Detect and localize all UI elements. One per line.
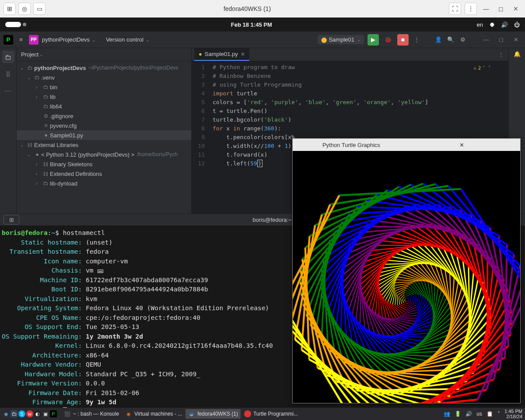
settings-icon[interactable]: ⚙ — [458, 35, 467, 44]
tree-venv[interactable]: ⌄🗀.venv — [17, 73, 191, 82]
host-clock[interactable]: 1:45 PM 2/18/24 — [504, 409, 522, 419]
svg-line-5 — [405, 300, 406, 301]
svg-line-58 — [395, 282, 415, 283]
terminal-icon[interactable]: ▣ — [42, 410, 49, 417]
kebab-icon[interactable]: ⋮ — [465, 3, 477, 15]
ide-minimize-icon[interactable]: — — [480, 34, 492, 46]
tray-user-icon[interactable]: 👥 — [444, 411, 450, 417]
files-icon[interactable]: 🗀 — [10, 410, 18, 417]
grid-icon[interactable]: ⊞ — [4, 3, 16, 15]
python-icon: ⬤ — [321, 37, 327, 43]
ide-left-toolstrip: 🗀 ⠿ ⋯ — [0, 48, 17, 214]
gnome-top-bar: Feb 18 1:45 PM en ⯂ 🔊 ⏻ — [0, 18, 525, 32]
volume-icon[interactable]: 🔊 — [501, 21, 508, 28]
debug-button[interactable]: 🐞 — [382, 34, 394, 46]
task-turtle[interactable]: Turtle Programmi... — [242, 409, 301, 419]
host-taskbar: ◉ 🗀 S w ◐ ▣ P ⬛~ : bash — Konsole ◉Virtu… — [0, 408, 525, 420]
tree-root[interactable]: ⌄🗀pythonProjectDevs~/PycharmProjects/pyt… — [17, 63, 191, 73]
minimize-icon[interactable]: — — [480, 3, 492, 14]
tree-bin[interactable]: ›🗀bin — [17, 82, 191, 92]
tab-sample01[interactable]: ● Sample01.py ✕ — [194, 48, 249, 61]
tree-ext-lib[interactable]: ⌄⫿⫿External Libraries — [17, 140, 191, 150]
disc-icon[interactable]: ◎ — [18, 3, 31, 15]
python-icon: ● — [199, 51, 202, 57]
task-virtual-machines[interactable]: ◉Virtual machines - ... — [122, 409, 185, 419]
hamburger-icon[interactable]: ≡ — [17, 35, 25, 44]
pycharm-icon[interactable]: P — [50, 410, 57, 417]
ide-maximize-icon[interactable]: ◻ — [495, 34, 507, 46]
tab-label: Sample01.py — [205, 51, 238, 57]
gnome-lang[interactable]: en — [477, 21, 483, 28]
project-tool-icon[interactable]: 🗀 — [2, 51, 14, 63]
vm-window-titlebar: ⊞ ◎ ▭ fedora40WKS (1) ⛶ ⋮ — ◻ ✕ — [0, 0, 525, 18]
run-config-selector[interactable]: ⬤ Sample01 ⌄ — [318, 35, 364, 44]
tree-lib-dyn[interactable]: ›🗀lib-dynload — [17, 178, 191, 188]
turtle-close-icon[interactable]: ✕ — [406, 142, 517, 148]
structure-tool-icon[interactable]: ⠿ — [6, 71, 10, 79]
tree-ext-def[interactable]: ›⫿⫿Extended Definitions — [17, 169, 191, 178]
svg-line-4 — [405, 299, 406, 300]
svg-line-13 — [408, 301, 411, 304]
warnings-badge[interactable]: ⚠ 2 ˄ ˅ — [473, 64, 491, 73]
tree-pyvenv[interactable]: ≡pyvenv.cfg — [17, 121, 191, 130]
svg-line-17 — [400, 298, 402, 304]
chevron-down-icon[interactable]: ⌄ — [91, 38, 95, 42]
gnome-clock[interactable]: Feb 18 1:45 PM — [26, 21, 477, 28]
obs-icon[interactable]: ◐ — [34, 410, 41, 417]
network-icon[interactable]: ⯂ — [489, 21, 495, 28]
fullscreen-icon[interactable]: ⛶ — [449, 3, 461, 15]
tray-clipboard-icon[interactable]: 📋 — [486, 411, 493, 417]
terminal-new-tab-icon[interactable]: ⊞ — [4, 215, 19, 224]
version-control[interactable]: Version control — [106, 36, 144, 43]
project-tree[interactable]: ⌄🗀pythonProjectDevs~/PycharmProjects/pyt… — [17, 61, 191, 214]
svg-line-23 — [399, 297, 399, 305]
turtle-window[interactable]: Python Turtle Graphics ✕ — [292, 138, 521, 403]
power-icon[interactable]: ⏻ — [514, 21, 520, 28]
run-button[interactable]: ▶ — [368, 34, 379, 46]
tree-sample01[interactable]: ●Sample01.py — [17, 130, 191, 140]
svg-line-77 — [380, 274, 399, 292]
svg-line-7 — [407, 300, 409, 301]
tree-lib64[interactable]: 🗀lib64 — [17, 102, 191, 111]
svg-line-42 — [392, 304, 403, 314]
tray-volume-icon[interactable]: 🔊 — [466, 411, 472, 417]
svg-line-51 — [412, 283, 423, 297]
project-name[interactable]: pythonProjectDevs — [42, 36, 90, 43]
tree-lib[interactable]: ›🗀lib — [17, 92, 191, 102]
svg-line-22 — [399, 292, 405, 297]
app-icon[interactable]: w — [26, 410, 33, 417]
ide-close-icon[interactable]: ✕ — [510, 34, 522, 46]
task-fedora40wks[interactable]: ◒fedora40WKS (1) — [186, 409, 241, 419]
search-icon[interactable]: 🔍 — [446, 35, 455, 44]
more-tool-icon[interactable]: ⋯ — [5, 87, 11, 94]
maximize-icon[interactable]: ◻ — [495, 3, 507, 14]
svg-line-57 — [415, 282, 426, 298]
more-icon[interactable]: ⋮ — [412, 35, 421, 44]
tray-battery-icon[interactable]: 🔋 — [455, 411, 461, 417]
tree-python-env[interactable]: ⌄●< Python 3.12 (pythonProjectDevs) >/ho… — [17, 150, 191, 159]
project-panel-header[interactable]: Project ⌄ — [17, 48, 191, 61]
project-panel: Project ⌄ ⌄🗀pythonProjectDevs~/PycharmPr… — [17, 48, 192, 214]
tab-close-icon[interactable]: ✕ — [241, 51, 245, 57]
tab-kebab-icon[interactable]: ⋮ — [498, 51, 508, 58]
task-konsole[interactable]: ⬛~ : bash — Konsole — [61, 409, 122, 419]
tree-bin-skel[interactable]: ›⫿⫿Binary Skeletons — [17, 159, 191, 169]
skype-icon[interactable]: S — [18, 410, 25, 417]
workspace-dot[interactable] — [23, 23, 26, 26]
svg-line-8 — [408, 297, 409, 300]
svg-line-32 — [416, 294, 416, 305]
tree-gitignore[interactable]: ⊘.gitignore — [17, 111, 191, 121]
user-icon[interactable]: 👤 — [434, 35, 443, 44]
close-icon[interactable]: ✕ — [510, 3, 522, 14]
stop-button[interactable]: ■ — [397, 34, 409, 46]
tray-chevron-icon[interactable]: ˄ — [497, 411, 500, 417]
display-icon[interactable]: ▭ — [33, 3, 46, 15]
tray-keyboard[interactable]: us — [476, 411, 482, 417]
svg-line-26 — [413, 294, 414, 303]
run-config-name: Sample01 — [329, 36, 354, 43]
notifications-icon[interactable]: 🔔 — [514, 51, 521, 57]
plasma-icon[interactable]: ◉ — [3, 410, 10, 417]
vm-window-title: fedora40WKS (1) — [48, 5, 446, 12]
svg-line-61 — [396, 318, 416, 318]
activities-pill[interactable] — [5, 22, 21, 27]
